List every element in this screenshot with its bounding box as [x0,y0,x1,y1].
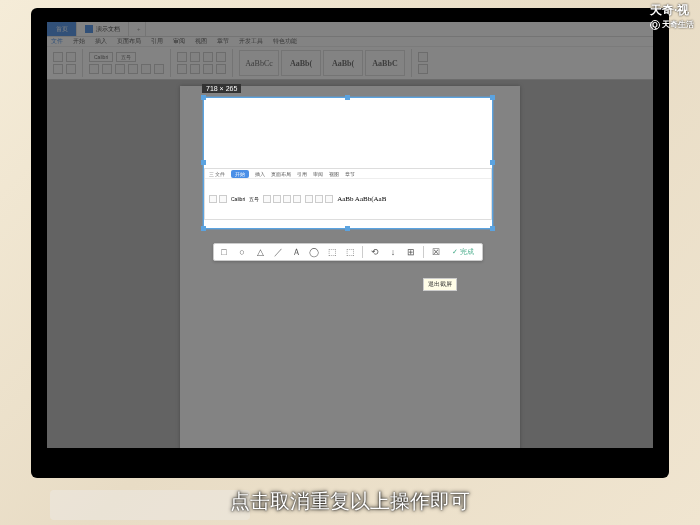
font-name-select[interactable]: Calibri [89,52,113,62]
captured-ribbon-preview: 三 文件 开始 插入 页面布局 引用 审阅 视图 章节 Calibri 五号 [204,168,492,220]
quick-access: 文件 [51,37,63,46]
style-h2[interactable]: AaBb( [323,50,363,76]
tool-mosaic-icon[interactable]: ⬚ [326,246,338,258]
title-bar: 首页 演示文档 + [47,22,653,37]
align-left-icon[interactable] [177,52,187,62]
tool-ellipse-icon[interactable]: ○ [236,246,248,258]
monitor-frame: 首页 演示文档 + 文件 开始 插入 页面布局 引用 审阅 视图 章节 开发工具 [31,8,669,478]
ribbon: Calibri 五号 [47,47,653,80]
separator [170,49,171,77]
tool-save-icon[interactable]: ↓ [387,246,399,258]
style-h1[interactable]: AaBb( [281,50,321,76]
separator [232,49,233,77]
separator [411,49,412,77]
cap-menu-start: 开始 [231,170,249,178]
cap-menu-review: 审阅 [313,171,323,177]
tool-blur-icon[interactable]: ⬚ [344,246,356,258]
color-icon[interactable] [141,64,151,74]
separator [82,49,83,77]
resize-handle-br[interactable] [490,226,495,231]
cap-style-preview: AaBb AaBb(AaB [337,195,386,203]
tool-number-icon[interactable]: ◯ [308,246,320,258]
list-bullet-icon[interactable] [177,64,187,74]
font-size-select[interactable]: 五号 [116,52,136,62]
highlight-icon[interactable] [154,64,164,74]
resize-handle-bm[interactable] [345,226,350,231]
menu-section[interactable]: 章节 [217,37,229,46]
align-justify-icon[interactable] [216,52,226,62]
indent-inc-icon[interactable] [216,64,226,74]
cap-menu-layout: 页面布局 [271,171,291,177]
resize-handle-bl[interactable] [201,226,206,231]
tool-arrow-icon[interactable]: △ [254,246,266,258]
video-watermark: 天奇·视 Q 天奇生活 [650,2,694,30]
menu-bar: 文件 开始 插入 页面布局 引用 审阅 视图 章节 开发工具 特色功能 [47,37,653,47]
align-right-icon[interactable] [203,52,213,62]
watermark-sub: Q 天奇生活 [650,19,694,30]
style-h3[interactable]: AaBbC [365,50,405,76]
paste-icon[interactable] [53,52,63,62]
document-tab[interactable]: 演示文档 [77,22,129,36]
cap-size: 五号 [249,196,259,202]
resize-handle-tl[interactable] [201,95,206,100]
strike-icon[interactable] [128,64,138,74]
cut-icon[interactable] [66,52,76,62]
resize-handle-mr[interactable] [490,160,495,165]
cap-menu-file: 三 文件 [209,171,225,177]
watermark-brand: 天奇·视 [650,2,694,19]
resize-handle-ml[interactable] [201,160,206,165]
menu-view[interactable]: 视图 [195,37,207,46]
tool-pin-icon[interactable]: ⊞ [405,246,417,258]
style-normal[interactable]: AaBbCc [239,50,279,76]
tool-cancel-icon[interactable]: ☒ [430,246,442,258]
screenshot-popup: 718 × 265 三 文件 开始 插入 页面布局 引用 审阅 [203,97,493,281]
toolbar-separator [423,246,424,258]
capture-size-badge: 718 × 265 [202,84,241,93]
file-menu[interactable]: 文件 [51,37,63,46]
cap-menu-ref: 引用 [297,171,307,177]
video-subtitle: 点击取消重复以上操作即可 [0,488,700,515]
select-icon[interactable] [418,64,428,74]
cap-menu-section: 章节 [345,171,355,177]
doc-icon [85,25,93,33]
capture-region[interactable]: 718 × 265 三 文件 开始 插入 页面布局 引用 审阅 [203,97,493,229]
cap-font: Calibri [231,196,245,202]
menu-review[interactable]: 审阅 [173,37,185,46]
doc-tab-label: 演示文档 [96,25,120,34]
menu-start[interactable]: 开始 [73,37,85,46]
menu-feature[interactable]: 特色功能 [273,37,297,46]
tool-rect-icon[interactable]: □ [218,246,230,258]
resize-handle-tr[interactable] [490,95,495,100]
search-icon: Q [650,20,660,30]
menu-insert[interactable]: 插入 [95,37,107,46]
underline-icon[interactable] [115,64,125,74]
indent-dec-icon[interactable] [203,64,213,74]
cap-menu-insert: 插入 [255,171,265,177]
toolbar-separator [362,246,363,258]
find-icon[interactable] [418,52,428,62]
cap-menu-view: 视图 [329,171,339,177]
tool-brush-icon[interactable]: ／ [272,246,284,258]
copy-icon[interactable] [53,64,63,74]
menu-ref[interactable]: 引用 [151,37,163,46]
italic-icon[interactable] [102,64,112,74]
screenshot-toolbar: □ ○ △ ／ Ａ ◯ ⬚ ⬚ ⟲ ↓ ⊞ ☒ ✓ 完成 [213,243,483,261]
menu-layout[interactable]: 页面布局 [117,37,141,46]
resize-handle-tm[interactable] [345,95,350,100]
bold-icon[interactable] [89,64,99,74]
tool-text-icon[interactable]: Ａ [290,246,302,258]
cancel-tooltip: 退出截屏 [423,278,457,291]
align-center-icon[interactable] [190,52,200,62]
tool-undo-icon[interactable]: ⟲ [369,246,381,258]
tool-done-button[interactable]: ✓ 完成 [448,247,478,257]
menu-dev[interactable]: 开发工具 [239,37,263,46]
list-number-icon[interactable] [190,64,200,74]
new-tab-button[interactable]: + [129,22,146,36]
format-painter-icon[interactable] [66,64,76,74]
screen: 首页 演示文档 + 文件 开始 插入 页面布局 引用 审阅 视图 章节 开发工具 [47,22,653,448]
home-tab[interactable]: 首页 [47,22,77,36]
style-gallery[interactable]: AaBbCc AaBb( AaBb( AaBbC [239,50,405,76]
